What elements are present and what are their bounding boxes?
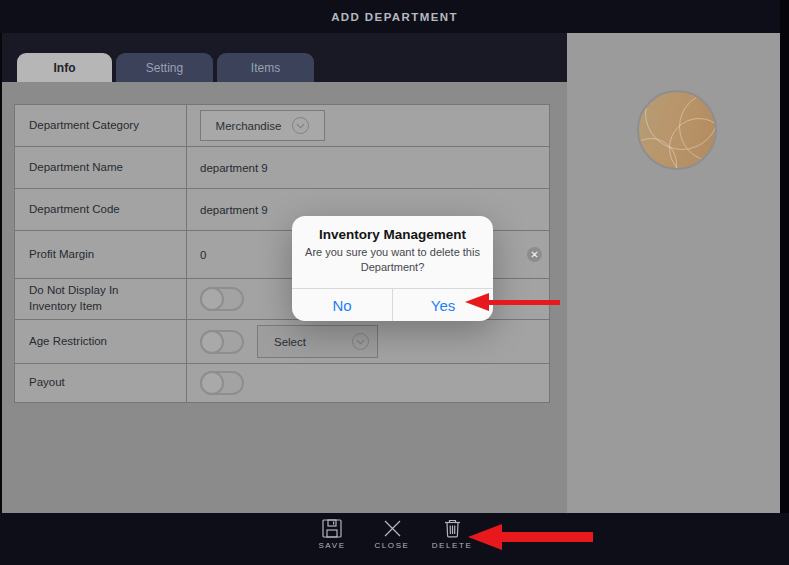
tab-bar: Info Setting Items [2,33,567,82]
dialog-message: Are you sure you want to delete this Dep… [301,245,485,274]
department-image-panel [567,33,780,513]
header-bar: ADD DEPARTMENT [0,0,789,33]
save-label: SAVE [318,541,345,550]
row-department-category: Department Category Merchandise [15,105,549,147]
save-icon [322,519,342,538]
no-button[interactable]: No [292,289,392,321]
do-not-display-toggle[interactable] [200,287,244,311]
row-age-restriction: Age Restriction Select [15,320,549,364]
row-payout: Payout [15,364,549,402]
field-label: Department Code [15,189,187,230]
age-restriction-toggle[interactable] [200,330,244,354]
field-label: Do Not Display In Inventory Item [15,279,187,319]
tab-info[interactable]: Info [17,53,112,82]
toggle-knob [200,287,224,311]
department-name-input[interactable]: department 9 [187,147,549,188]
trash-icon [444,519,461,538]
dropdown-value: Select [274,336,306,348]
toggle-knob [200,371,224,395]
tab-setting-label: Setting [146,61,183,75]
close-icon [383,519,402,538]
chevron-down-icon [292,117,309,134]
app-window: ADD DEPARTMENT Info Setting Items Depart… [0,0,789,565]
field-label: Department Category [15,105,187,146]
confirm-delete-dialog: Inventory Management Are you sure you wa… [292,216,493,321]
annotation-arrow-yes [465,293,560,311]
profit-margin-input[interactable]: 0 [200,249,206,261]
department-category-dropdown[interactable]: Merchandise [200,110,325,141]
page-title: ADD DEPARTMENT [331,11,458,23]
window-edge [780,0,789,565]
field-label: Department Name [15,147,187,188]
field-label: Age Restriction [15,320,187,363]
tab-items-label: Items [251,61,280,75]
field-label: Payout [15,364,187,402]
toggle-knob [200,330,224,354]
payout-toggle[interactable] [200,371,244,395]
clear-field-icon[interactable] [527,247,542,262]
action-bar: SAVE CLOSE [0,513,789,565]
dropdown-value: Merchandise [216,120,282,132]
close-label: CLOSE [374,541,409,550]
annotation-arrow-delete [468,524,593,550]
close-button[interactable]: CLOSE [370,519,414,550]
tab-items[interactable]: Items [217,53,314,82]
row-department-name: Department Name department 9 [15,147,549,189]
dialog-title: Inventory Management [292,227,493,242]
chevron-down-icon [352,333,369,350]
delete-label: DELETE [432,541,473,550]
tab-info-label: Info [54,61,76,75]
tab-setting[interactable]: Setting [116,53,213,82]
age-restriction-dropdown[interactable]: Select [257,325,378,358]
field-label: Profit Margin [15,231,187,278]
department-image[interactable] [637,90,717,170]
save-button[interactable]: SAVE [310,519,354,550]
